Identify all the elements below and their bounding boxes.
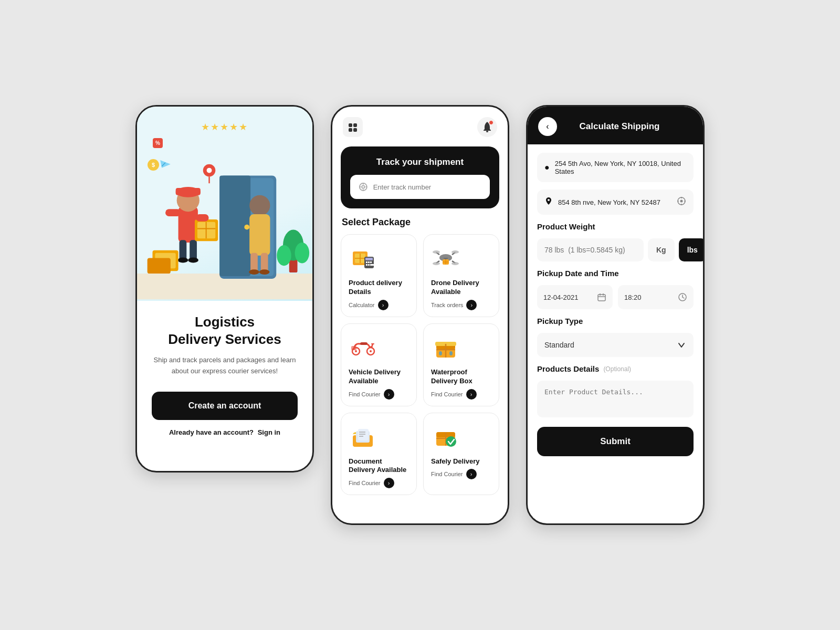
track-title: Track your shipment <box>350 157 490 167</box>
safe-box-icon <box>431 422 460 451</box>
pickup-type-select[interactable]: Standard <box>537 333 694 357</box>
scooter-icon <box>349 332 378 362</box>
details-label: Products Details <box>537 364 599 373</box>
card-arrow-4: › <box>466 389 477 400</box>
card-link-calculator[interactable]: Calculator › <box>349 300 409 310</box>
svg-rect-40 <box>353 128 357 132</box>
header-title: Calculate Shipping <box>565 121 674 132</box>
card-link-courier3[interactable]: Find Courier › <box>349 478 409 488</box>
phone-3: ‹ Calculate Shipping ● 254 5th Avo, New … <box>526 105 705 525</box>
svg-rect-8 <box>176 188 201 195</box>
svg-point-88 <box>449 351 453 355</box>
location-target-icon[interactable] <box>677 196 686 208</box>
svg-rect-56 <box>370 261 372 263</box>
svg-point-77 <box>370 350 372 352</box>
details-label-row: Products Details (Optional) <box>537 364 694 373</box>
card-title-vehicle: Vehicle Delivery Available <box>349 368 409 386</box>
calculate-shipping-header: ‹ Calculate Shipping <box>528 107 703 144</box>
svg-point-87 <box>439 351 442 355</box>
svg-rect-57 <box>366 264 368 266</box>
document-icon <box>349 422 378 451</box>
svg-point-24 <box>259 269 270 275</box>
card-title-safely: Safely Delivery <box>431 457 491 466</box>
svg-point-19 <box>249 195 270 216</box>
card-waterproof-box[interactable]: Waterproof Delivery Box Find Courier › <box>423 323 499 406</box>
weight-input[interactable] <box>537 238 644 261</box>
svg-point-67 <box>433 262 440 265</box>
notification-bell[interactable] <box>477 117 497 137</box>
card-document-delivery[interactable]: Document Delivery Available Find Courier… <box>341 413 417 496</box>
svg-point-75 <box>355 350 357 352</box>
track-input-container[interactable] <box>350 175 490 199</box>
time-picker[interactable]: 18:20 <box>618 285 694 309</box>
from-address[interactable]: ● 254 5th Avo, New York, NY 10018, Unite… <box>537 153 694 182</box>
card-arrow-2: › <box>466 300 477 310</box>
card-arrow-3: › <box>384 389 394 400</box>
signin-link[interactable]: Sign in <box>258 428 280 436</box>
card-arrow-5: › <box>384 478 394 488</box>
product-delivery-icon <box>349 243 378 272</box>
back-button[interactable]: ‹ <box>538 117 557 136</box>
to-address-text: 854 8th nve, New York, NY 52487 <box>558 198 671 206</box>
svg-rect-38 <box>353 123 357 127</box>
weight-row: Kg lbs <box>537 238 694 261</box>
shipping-form: ● 254 5th Avo, New York, NY 10018, Unite… <box>528 144 703 465</box>
package-grid: Product delivery Details Calculator › <box>332 234 508 495</box>
track-number-input[interactable] <box>373 183 481 191</box>
card-title-drone: Drone Delivery Available <box>431 279 491 297</box>
svg-point-11 <box>178 258 188 263</box>
pickup-type-value: Standard <box>544 341 574 349</box>
signin-row: Already have an account? Sign in <box>169 428 280 436</box>
svg-rect-53 <box>365 258 373 260</box>
card-title-waterproof: Waterproof Delivery Box <box>431 368 491 386</box>
svg-rect-20 <box>249 214 270 256</box>
svg-rect-17 <box>165 209 181 216</box>
menu-icon[interactable] <box>343 117 363 137</box>
card-safely-delivery[interactable]: Safely Delivery Find Courier › <box>423 413 499 496</box>
card-drone-delivery[interactable]: Drone Delivery Available Track orders › <box>423 234 499 317</box>
waterproof-box-icon <box>431 332 460 362</box>
svg-point-101 <box>680 200 683 203</box>
svg-point-68 <box>452 262 459 265</box>
screens-container: ★★★★★ % $ <box>135 105 705 525</box>
svg-rect-55 <box>368 261 370 263</box>
datetime-row: 12-04-2021 18:20 <box>537 285 694 309</box>
datetime-label: Pickup Date and Time <box>537 269 694 278</box>
svg-point-31 <box>295 243 310 263</box>
card-arrow-6: › <box>466 469 477 479</box>
svg-point-12 <box>188 258 198 263</box>
svg-point-65 <box>433 250 440 254</box>
card-link-courier1[interactable]: Find Courier › <box>349 389 409 400</box>
card-arrow-1: › <box>378 300 388 310</box>
svg-rect-106 <box>598 295 605 301</box>
svg-rect-37 <box>349 123 352 127</box>
phone-2: Track your shipment Select Package <box>331 105 509 525</box>
svg-rect-58 <box>368 264 370 266</box>
weight-label: Product Weight <box>537 222 694 231</box>
card-link-track[interactable]: Track orders › <box>431 300 491 310</box>
kg-button[interactable]: Kg <box>648 238 675 261</box>
card-title-document: Document Delivery Available <box>349 457 409 475</box>
svg-point-4 <box>244 225 249 230</box>
card-product-delivery[interactable]: Product delivery Details Calculator › <box>341 234 417 317</box>
to-address[interactable]: 854 8th nve, New York, NY 52487 <box>537 190 694 215</box>
svg-marker-35 <box>160 160 171 168</box>
lbs-button[interactable]: lbs <box>679 238 703 261</box>
card-vehicle-delivery[interactable]: Vehicle Delivery Available Find Courier … <box>341 323 417 406</box>
card-title-product: Product delivery Details <box>349 279 409 297</box>
hero-section: ★★★★★ % $ <box>137 107 312 301</box>
submit-button[interactable]: Submit <box>537 427 694 456</box>
svg-rect-78 <box>360 342 368 345</box>
svg-rect-27 <box>148 258 171 274</box>
track-shipment-box: Track your shipment <box>341 146 499 208</box>
card-link-courier4[interactable]: Find Courier › <box>431 469 491 479</box>
create-account-button[interactable]: Create an account <box>152 392 298 420</box>
p2-header <box>332 107 508 142</box>
card-link-courier2[interactable]: Find Courier › <box>431 389 491 400</box>
date-picker[interactable]: 12-04-2021 <box>537 285 613 309</box>
product-details-textarea[interactable] <box>537 381 694 417</box>
date-value: 12-04-2021 <box>543 293 593 301</box>
svg-rect-54 <box>366 261 368 263</box>
from-dot: ● <box>544 163 550 172</box>
svg-point-23 <box>249 269 259 275</box>
